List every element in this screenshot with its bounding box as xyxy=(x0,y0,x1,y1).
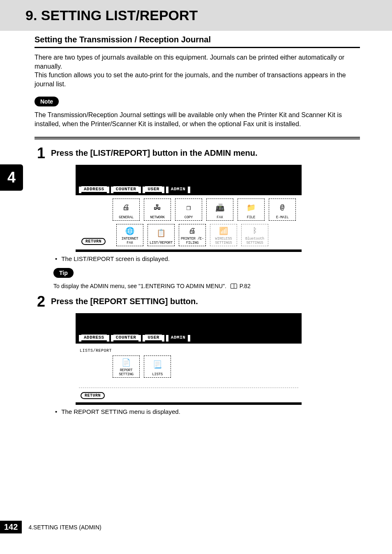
step-title: Press the [REPORT SETTING] button. xyxy=(51,294,198,306)
tab-address[interactable]: ADDRESS xyxy=(80,334,108,341)
chapter-header: 9. SETTING LIST/REPORT xyxy=(0,0,392,31)
tab-user[interactable]: USER xyxy=(143,334,163,341)
step-number: 1 xyxy=(35,146,45,161)
tip-badge: Tip xyxy=(53,268,74,278)
bluetooth-icon: ᛒ xyxy=(253,225,257,237)
tab-admin[interactable]: ADMIN xyxy=(167,185,190,193)
step-row: 1 Press the [LIST/REPORT] button in the … xyxy=(35,146,360,161)
return-button[interactable]: RETURN xyxy=(81,392,105,399)
report-icon: 📋 xyxy=(157,225,166,241)
book-icon xyxy=(231,284,237,289)
wireless-icon: 📶 xyxy=(219,225,228,237)
copy-button[interactable]: ❐COPY xyxy=(175,199,202,221)
document-icon: 📄 xyxy=(122,357,131,368)
lists-button[interactable]: 📃LISTS xyxy=(144,355,171,378)
tab-admin[interactable]: ADMIN xyxy=(167,334,190,341)
divider xyxy=(35,137,360,139)
report-setting-button[interactable]: 📄REPORT SETTING xyxy=(113,355,140,378)
section-heading: Setting the Transmission / Reception Jou… xyxy=(35,35,360,44)
page-footer: 142 4.SETTING ITEMS (ADMIN) xyxy=(0,521,101,533)
step-bullet: The REPORT SETTING menu is displayed. xyxy=(55,408,360,415)
general-button[interactable]: 🖨GENERAL xyxy=(113,199,140,221)
printer-icon: 🖨 xyxy=(122,200,130,215)
network-icon: 🖧 xyxy=(154,200,161,215)
network-button[interactable]: 🖧NETWORK xyxy=(144,199,171,221)
lists-report-screenshot: ADDRESS COUNTER USER ADMIN LISTS/REPORT … xyxy=(76,313,302,405)
note-text: The Transmission/Reception Journal setti… xyxy=(35,111,360,128)
wireless-settings-button[interactable]: 📶WIRELESS SETTINGS xyxy=(210,224,237,246)
tab-address[interactable]: ADDRESS xyxy=(80,185,108,193)
fax-icon: 📠 xyxy=(215,200,224,215)
fax-button[interactable]: 📠FAX xyxy=(206,199,233,221)
rule xyxy=(35,47,360,48)
list-icon: 📃 xyxy=(153,357,162,372)
step-row: 2 Press the [REPORT SETTING] button. xyxy=(35,294,360,309)
tab-counter[interactable]: COUNTER xyxy=(112,334,141,341)
file-icon: 📁 xyxy=(247,200,256,215)
intro-paragraph: There are two types of journals availabl… xyxy=(35,53,360,88)
tip-text: To display the ADMIN menu, see "1.ENTERI… xyxy=(53,283,360,289)
note-badge: Note xyxy=(35,97,59,106)
step-title: Press the [LIST/REPORT] button in the AD… xyxy=(51,146,258,158)
tab-counter[interactable]: COUNTER xyxy=(112,185,141,193)
internet-fax-button[interactable]: 🌐INTERNET FAX xyxy=(116,224,143,246)
panel-subtitle: LISTS/REPORT xyxy=(80,349,298,353)
step-bullet: The LIST/REPORT screen is displayed. xyxy=(55,255,360,262)
at-icon: @ xyxy=(280,200,285,215)
step-number: 2 xyxy=(35,294,45,309)
printer-icon: 🖨 xyxy=(189,225,196,237)
file-button[interactable]: 📁FILE xyxy=(238,199,265,221)
printer-efiling-button[interactable]: 🖨PRINTER /E-FILING xyxy=(179,224,206,246)
side-chapter-tab: 4 xyxy=(0,164,23,191)
copy-icon: ❐ xyxy=(187,200,191,215)
page-number: 142 xyxy=(0,521,22,533)
email-button[interactable]: @E-MAIL xyxy=(269,199,296,221)
tab-user[interactable]: USER xyxy=(143,185,163,193)
admin-menu-screenshot: ADDRESS COUNTER USER ADMIN 🖨GENERAL 🖧NET… xyxy=(76,165,302,252)
globe-icon: 🌐 xyxy=(125,225,134,237)
chapter-title: 9. SETTING LIST/REPORT xyxy=(25,7,392,23)
footer-section: 4.SETTING ITEMS (ADMIN) xyxy=(28,524,101,531)
list-report-button[interactable]: 📋LIST/REPORT xyxy=(148,224,175,246)
bluetooth-settings-button[interactable]: ᛒBluetooth SETTINGS xyxy=(241,224,268,246)
return-button[interactable]: RETURN xyxy=(81,238,106,245)
